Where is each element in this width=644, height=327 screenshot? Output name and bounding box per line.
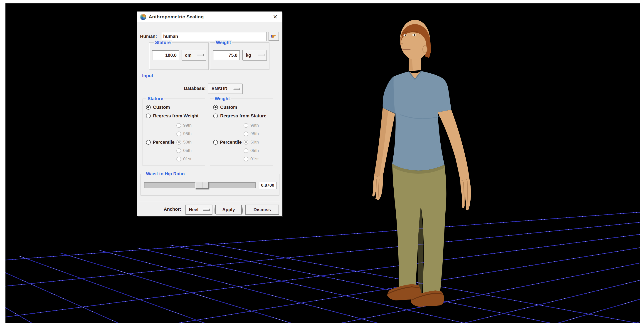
pick-human-button[interactable]: ☛ bbox=[268, 32, 279, 41]
floor-grid bbox=[6, 4, 640, 323]
weight-regress-option[interactable]: Regress from Stature bbox=[213, 112, 266, 120]
anchor-value: Heel bbox=[189, 207, 198, 212]
figure-ear bbox=[423, 46, 427, 53]
figure-left-pupil bbox=[405, 34, 406, 36]
stature-95th-option[interactable]: 95th bbox=[176, 130, 192, 138]
radio-label: Custom bbox=[153, 105, 170, 110]
human-name-input[interactable]: human bbox=[161, 32, 267, 41]
weight-value-input[interactable]: 75.0 bbox=[213, 50, 240, 60]
radio-button[interactable] bbox=[176, 157, 181, 162]
weight-percentile-option[interactable]: Percentile bbox=[213, 138, 242, 146]
radio-button[interactable] bbox=[213, 140, 218, 145]
stature-50th-option[interactable]: 50th bbox=[176, 138, 192, 146]
stature-percentile-option[interactable]: Percentile bbox=[146, 138, 174, 146]
radio-button[interactable] bbox=[146, 114, 151, 118]
input-section: Input Database: ANSUR Stature Custom Reg… bbox=[140, 76, 280, 169]
dialog-titlebar[interactable]: Anthropometric Scaling ✕ bbox=[137, 12, 282, 22]
weight-50th-option[interactable]: 50th bbox=[244, 138, 259, 146]
apply-button[interactable]: Apply bbox=[216, 205, 242, 214]
weight-05th-option[interactable]: 05th bbox=[244, 147, 259, 154]
whr-slider[interactable] bbox=[144, 182, 256, 188]
dialog-body: Human: human ☛ Stature 180.0 cm Weight 7… bbox=[137, 22, 282, 216]
stature-value-group: Stature 180.0 cm bbox=[149, 42, 208, 70]
radio-button[interactable] bbox=[244, 148, 248, 153]
weight-unit-row: 75.0 kg bbox=[213, 50, 267, 60]
pointing-hand-icon: ☛ bbox=[272, 34, 276, 39]
radio-button[interactable] bbox=[213, 114, 218, 118]
dropdown-dash-icon bbox=[197, 54, 204, 56]
dismiss-button[interactable]: Dismiss bbox=[246, 204, 279, 214]
figure-left-hand bbox=[372, 176, 383, 200]
figure-right-hand bbox=[460, 179, 471, 210]
radio-label: Regress from Stature bbox=[220, 113, 266, 118]
radio-button[interactable] bbox=[244, 132, 248, 136]
app-logo-icon bbox=[140, 14, 146, 20]
whr-slider-thumb[interactable] bbox=[196, 182, 208, 189]
radio-label: Percentile bbox=[153, 140, 174, 145]
weight-mode-group: Weight Custom Regress from Stature Perce… bbox=[210, 98, 273, 166]
radio-button[interactable] bbox=[176, 148, 181, 153]
radio-label: Regress from Weight bbox=[153, 113, 199, 118]
weight-01st-option[interactable]: 01st bbox=[244, 155, 258, 163]
radio-button[interactable] bbox=[146, 105, 151, 110]
radio-button[interactable] bbox=[146, 140, 151, 145]
human-figure-model[interactable] bbox=[366, 17, 484, 310]
dialog-footer: Anchor: Heel Apply Dismiss bbox=[137, 204, 282, 215]
radio-label: 01st bbox=[250, 156, 258, 162]
weight-value-group: Weight 75.0 kg bbox=[210, 42, 270, 70]
weight-99th-option[interactable]: 99th bbox=[244, 122, 259, 129]
stature-legend: Stature bbox=[154, 40, 172, 45]
anthropometric-scaling-dialog: Anthropometric Scaling ✕ Human: human ☛ … bbox=[137, 11, 282, 216]
radio-label: 05th bbox=[183, 148, 192, 153]
radio-button[interactable] bbox=[244, 140, 248, 145]
close-icon[interactable]: ✕ bbox=[272, 14, 279, 20]
radio-button[interactable] bbox=[176, 132, 181, 136]
radio-label: 99th bbox=[250, 123, 259, 128]
3d-viewport[interactable] bbox=[6, 4, 640, 323]
radio-label: 95th bbox=[250, 131, 259, 136]
radio-button[interactable] bbox=[244, 157, 248, 162]
database-dropdown[interactable]: ANSUR bbox=[208, 84, 242, 94]
anchor-label: Anchor: bbox=[164, 207, 181, 212]
input-legend: Input bbox=[141, 73, 154, 78]
stature-99th-option[interactable]: 99th bbox=[176, 122, 192, 129]
weight-unit-value: kg bbox=[246, 53, 251, 58]
whr-row: 0.8700 bbox=[144, 181, 276, 190]
weight-unit-dropdown[interactable]: kg bbox=[242, 50, 267, 60]
stature-unit-value: cm bbox=[185, 53, 192, 58]
waist-hip-ratio-group: Waist to Hip Ratio 0.8700 bbox=[140, 174, 280, 196]
footer-separator bbox=[139, 201, 280, 202]
radio-button[interactable] bbox=[176, 140, 181, 145]
database-row: Database: ANSUR bbox=[140, 84, 280, 94]
stature-01st-option[interactable]: 01st bbox=[176, 155, 191, 163]
dialog-title: Anthropometric Scaling bbox=[149, 14, 272, 20]
radio-label: Custom bbox=[220, 105, 237, 110]
anchor-dropdown[interactable]: Heel bbox=[186, 204, 212, 214]
dropdown-dash-icon bbox=[258, 54, 264, 56]
dropdown-dash-icon bbox=[233, 88, 240, 90]
radio-button[interactable] bbox=[213, 105, 218, 110]
figure-right-pupil bbox=[414, 34, 416, 36]
whr-legend: Waist to Hip Ratio bbox=[145, 171, 186, 176]
radio-label: 50th bbox=[250, 140, 259, 145]
radio-label: Percentile bbox=[220, 140, 242, 145]
whr-value-input[interactable]: 0.8700 bbox=[259, 182, 276, 189]
weight-custom-option[interactable]: Custom bbox=[213, 103, 237, 111]
weight-95th-option[interactable]: 95th bbox=[244, 130, 259, 138]
stature-mode-group: Stature Custom Regress from Weight Perce… bbox=[142, 98, 205, 166]
stature-mode-legend: Stature bbox=[146, 96, 164, 101]
database-value: ANSUR bbox=[211, 86, 228, 92]
radio-button[interactable] bbox=[244, 123, 248, 128]
dropdown-dash-icon bbox=[203, 208, 210, 211]
human-label: Human: bbox=[140, 34, 161, 39]
stature-unit-dropdown[interactable]: cm bbox=[182, 50, 206, 60]
stature-value-input[interactable]: 180.0 bbox=[152, 50, 179, 60]
radio-button[interactable] bbox=[176, 123, 181, 128]
stature-05th-option[interactable]: 05th bbox=[176, 147, 192, 154]
radio-label: 99th bbox=[183, 123, 192, 128]
stature-custom-option[interactable]: Custom bbox=[146, 103, 170, 111]
weight-legend: Weight bbox=[215, 40, 232, 45]
stature-regress-option[interactable]: Regress from Weight bbox=[146, 112, 199, 120]
database-label: Database: bbox=[184, 86, 206, 91]
radio-label: 01st bbox=[183, 156, 191, 162]
